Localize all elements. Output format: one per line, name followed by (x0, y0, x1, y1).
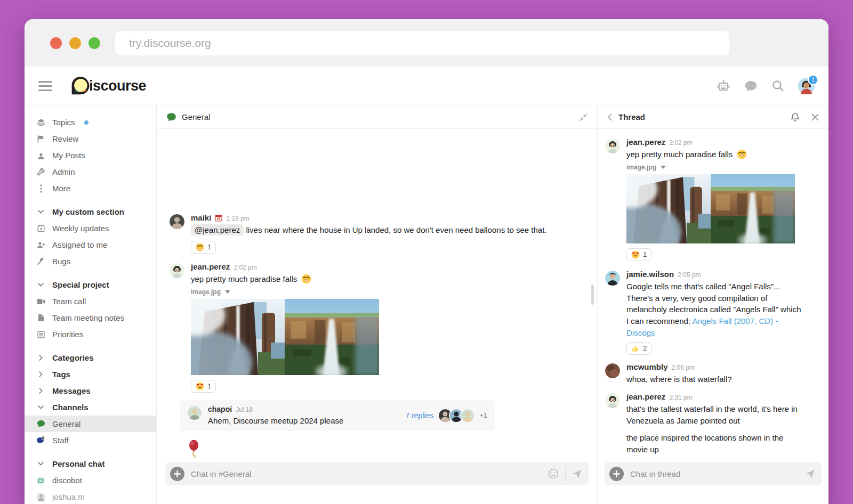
url-bar[interactable]: try.discourse.org (115, 31, 729, 55)
username[interactable]: jean.perez (626, 392, 665, 401)
sidebar-item-bugs[interactable]: Bugs (25, 253, 156, 270)
channel-bubble-icon (166, 112, 176, 122)
send-icon[interactable] (572, 469, 582, 479)
username[interactable]: mcwumbly (626, 362, 668, 371)
sidebar-item-assigned-to-me[interactable]: Assigned to me (25, 237, 156, 253)
reaction-heart-eyes[interactable]: 1 (626, 248, 651, 261)
user-plus-icon (36, 241, 45, 249)
sidebar-section-categories[interactable]: Categories (25, 349, 156, 366)
collapse-panel-icon[interactable] (579, 113, 588, 121)
sidebar-section-channels[interactable]: Channels (25, 399, 156, 416)
minimize-window-button[interactable] (69, 37, 81, 49)
sidebar-item-team-meeting-notes[interactable]: Team meeting notes (25, 310, 156, 326)
attachment-toggle[interactable]: image.jpg (191, 288, 379, 296)
sidebar-section-special-project[interactable]: Special project (25, 277, 156, 293)
sidebar-section-tags[interactable]: Tags (25, 366, 156, 383)
emoji-picker-icon[interactable] (548, 468, 559, 479)
sidebar-section-my-custom-section[interactable]: My custom section (25, 204, 156, 220)
sidebar-section-personal-chat[interactable]: Personal chat (25, 456, 156, 472)
avatar[interactable] (605, 139, 620, 153)
avatar[interactable] (188, 406, 202, 420)
reaction-thumbs-up[interactable]: 2 (626, 342, 651, 355)
chat-icon[interactable] (744, 80, 758, 92)
reaction-laughing[interactable]: 1 (191, 241, 216, 254)
sidebar-item-topics[interactable]: Topics (25, 114, 156, 131)
sidebar-item-label: Staff (52, 436, 69, 445)
add-attachment-button[interactable] (609, 467, 624, 481)
thread-title: Thread (618, 112, 645, 121)
sidebar-item-joshua-m[interactable]: joshua.m (25, 489, 156, 504)
bell-icon[interactable] (791, 112, 800, 122)
sidebar-item-label: Team meeting notes (52, 313, 124, 322)
back-icon[interactable] (607, 113, 612, 121)
sidebar-section-messages[interactable]: Messages (25, 383, 156, 399)
reaction-heart-eyes[interactable]: 1 (191, 380, 216, 393)
maximize-window-button[interactable] (88, 37, 100, 49)
username[interactable]: maiki (191, 213, 211, 222)
sidebar-item-label: My Posts (52, 151, 85, 160)
hamburger-menu-icon[interactable] (38, 81, 52, 91)
timestamp: 1:19 pm (226, 215, 249, 222)
laughing-emoji (196, 243, 204, 251)
avatar[interactable] (605, 271, 620, 286)
composer-placeholder[interactable]: Chat in #General (191, 469, 542, 478)
attached-images[interactable] (626, 174, 795, 243)
sidebar-item-review[interactable]: Review (25, 131, 156, 147)
username[interactable]: jamie.wilson (626, 270, 674, 279)
add-attachment-button[interactable] (170, 467, 184, 481)
replies-link[interactable]: 7 replies (405, 411, 433, 420)
mention-pill[interactable]: @jean.perez (191, 224, 244, 235)
bot-icon[interactable] (717, 79, 730, 92)
waterfall-image-1[interactable] (626, 174, 711, 243)
thread-message-jean-perez-2: jean.perez 2:31 pm that's the tallest wa… (605, 392, 821, 455)
unread-dot (84, 120, 88, 125)
message-balloon (188, 440, 597, 460)
waterfall-image-1[interactable] (191, 299, 285, 375)
close-icon[interactable] (811, 113, 819, 121)
sidebar-item-discobot[interactable]: discobot (25, 472, 156, 489)
app-header: iscourse (25, 67, 828, 105)
section-title: Personal chat (52, 459, 104, 468)
avatar[interactable] (170, 263, 184, 278)
send-icon[interactable] (805, 469, 815, 479)
sidebar-channel-general[interactable]: General (25, 416, 156, 432)
waterfall-image-2[interactable] (711, 174, 795, 243)
thread-summary-card[interactable]: chapoi Jul 18 Ahem, Discourse meetup 202… (180, 400, 495, 432)
caret-down-icon (661, 166, 666, 169)
sidebar-item-weekly-updates[interactable]: Weekly updates (25, 220, 156, 237)
composer-placeholder[interactable]: Chat in thread (630, 469, 799, 478)
username[interactable]: chapoi (208, 405, 232, 413)
avatar[interactable] (605, 363, 620, 378)
attached-images[interactable] (191, 299, 379, 375)
waterfall-image-2[interactable] (285, 299, 379, 375)
browser-window: try.discourse.org iscourse (25, 19, 828, 504)
avatar[interactable] (605, 393, 620, 408)
section-title: Categories (52, 353, 94, 362)
user-avatar[interactable]: 1 (798, 78, 815, 94)
sidebar-item-label: joshua.m (52, 492, 85, 501)
search-icon[interactable] (771, 79, 784, 92)
channel-composer[interactable]: Chat in #General (165, 462, 589, 485)
section-title: Channels (52, 403, 88, 412)
locked-channel-bubble-icon (36, 436, 45, 445)
user-avatar-small (36, 493, 45, 501)
sidebar-item-admin[interactable]: Admin (25, 164, 156, 180)
scrollbar-thumb[interactable] (591, 284, 594, 305)
discourse-logo[interactable]: iscourse (70, 76, 146, 96)
sidebar-item-team-call[interactable]: Team call (25, 293, 156, 310)
section-title: Tags (52, 370, 70, 379)
sidebar-item-priorities[interactable]: Priorities (25, 326, 156, 343)
close-window-button[interactable] (50, 37, 62, 49)
sidebar-channel-staff[interactable]: Staff (25, 432, 156, 449)
attachment-toggle[interactable]: image.jpg (626, 164, 795, 171)
chevron-right-icon (36, 355, 45, 361)
sidebar-item-my-posts[interactable]: My Posts (25, 147, 156, 164)
thread-composer[interactable]: Chat in thread (605, 462, 822, 485)
username[interactable]: jean.perez (626, 137, 665, 147)
username[interactable]: jean.perez (191, 262, 230, 271)
sidebar-item-more[interactable]: More (25, 180, 156, 197)
timestamp: 2:31 pm (669, 394, 692, 401)
chevron-down-icon (36, 405, 45, 409)
chevron-down-icon (36, 462, 45, 466)
avatar[interactable] (170, 214, 184, 229)
